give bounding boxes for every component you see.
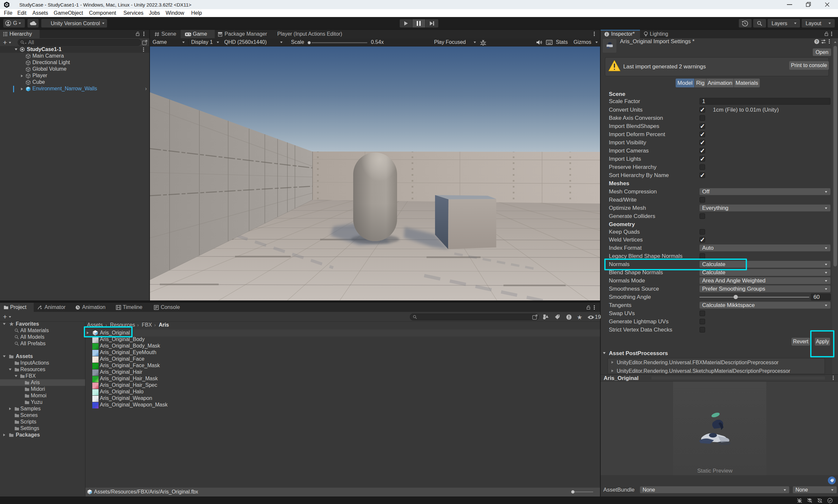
svg-text:?: ?: [816, 40, 818, 43]
